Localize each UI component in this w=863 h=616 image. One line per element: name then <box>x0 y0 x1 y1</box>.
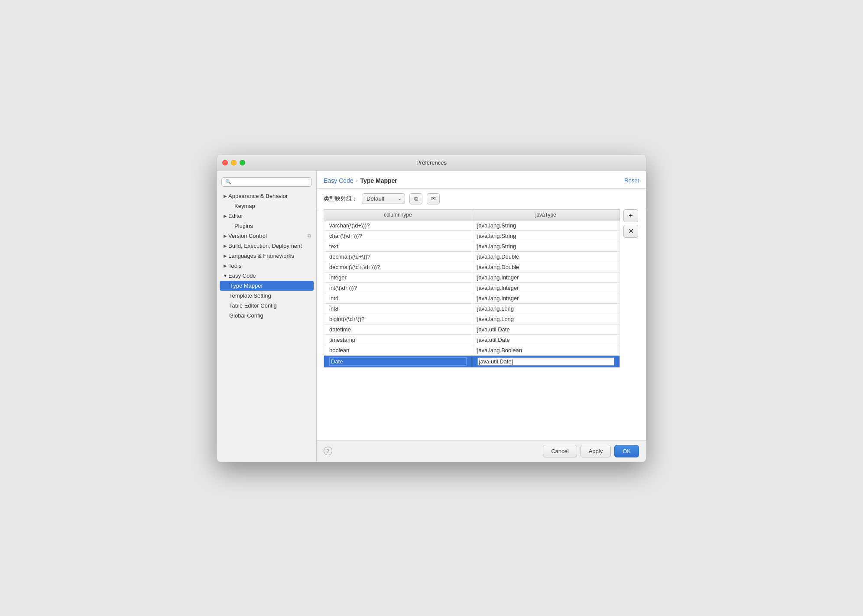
sidebar-item-label: Version Control <box>228 233 267 239</box>
sidebar-item-plugins[interactable]: Plugins <box>217 221 316 231</box>
sidebar-item-keymap[interactable]: Keymap <box>217 201 316 211</box>
table-row[interactable]: decimal(\(\d+\))? java.lang.Double <box>324 251 620 262</box>
minimize-button[interactable] <box>231 160 237 165</box>
traffic-lights <box>222 160 245 165</box>
mapper-row: 类型映射组： Default ⌄ ⧉ ✉ <box>317 189 646 209</box>
sidebar-item-label: Type Mapper <box>230 282 263 289</box>
sidebar-item-label: Editor <box>228 213 243 219</box>
sidebar-item-label: Build, Execution, Deployment <box>228 243 302 249</box>
sidebar-item-easy-code[interactable]: ▼ Easy Code <box>217 271 316 281</box>
arrow-icon: ▶ <box>222 243 228 248</box>
main-header: Easy Code › Type Mapper Reset <box>317 171 646 189</box>
add-row-button[interactable]: + <box>623 209 638 222</box>
sidebar-item-label: Keymap <box>234 203 255 209</box>
sidebar-item-editor[interactable]: ▶ Editor <box>217 211 316 221</box>
ok-button[interactable]: OK <box>614 445 639 457</box>
arrow-icon: ▶ <box>222 194 228 198</box>
table-row[interactable] <box>324 355 620 367</box>
java-type-input[interactable] <box>477 357 615 366</box>
column-type-cell[interactable] <box>324 355 472 367</box>
footer: ? Cancel Apply OK <box>317 440 646 462</box>
column-type-cell: datetime <box>324 324 472 334</box>
copy-icon: ⧉ <box>308 233 311 239</box>
reset-button[interactable]: Reset <box>624 177 639 184</box>
sidebar-item-version-control[interactable]: ▶ Version Control ⧉ <box>217 231 316 241</box>
copy-group-button[interactable]: ⧉ <box>409 193 422 204</box>
window-title: Preferences <box>416 159 447 166</box>
table-row[interactable]: boolean java.lang.Boolean <box>324 345 620 355</box>
main-panel: Easy Code › Type Mapper Reset 类型映射组： Def… <box>317 171 646 462</box>
arrow-icon: ▶ <box>222 214 228 218</box>
cancel-button[interactable]: Cancel <box>543 445 577 457</box>
cross-icon: ✕ <box>628 227 634 235</box>
mapper-label: 类型映射组： <box>324 195 357 203</box>
java-type-cell: java.lang.Long <box>472 314 620 324</box>
maximize-button[interactable] <box>240 160 245 165</box>
sidebar-item-label: Tools <box>228 263 241 269</box>
copy-icon: ⧉ <box>414 195 418 202</box>
column-type-cell: decimal(\(\d+\))? <box>324 251 472 262</box>
arrow-icon: ▼ <box>222 273 228 278</box>
apply-button[interactable]: Apply <box>581 445 611 457</box>
table-row[interactable]: char(\(\d+\))? java.lang.String <box>324 230 620 241</box>
java-type-cell: java.lang.Double <box>472 262 620 272</box>
table-row[interactable]: int8 java.lang.Long <box>324 303 620 314</box>
sidebar-item-label: Table Editor Config <box>229 302 277 309</box>
sidebar-item-appearance-behavior[interactable]: ▶ Appearance & Behavior <box>217 191 316 201</box>
column-type-input[interactable] <box>329 357 467 366</box>
sidebar-item-label: Languages & Frameworks <box>228 253 294 259</box>
sidebar-item-languages-frameworks[interactable]: ▶ Languages & Frameworks <box>217 251 316 261</box>
sidebar-item-template-setting[interactable]: Template Setting <box>217 291 316 301</box>
table-row[interactable]: int4 java.lang.Integer <box>324 293 620 303</box>
remove-row-button[interactable]: ✕ <box>623 225 638 238</box>
column-type-cell: varchar(\(\d+\))? <box>324 220 472 230</box>
column-type-cell: timestamp <box>324 334 472 345</box>
help-button[interactable]: ? <box>324 447 332 455</box>
java-type-cell: java.lang.Double <box>472 251 620 262</box>
sidebar-item-type-mapper[interactable]: Type Mapper <box>220 281 314 291</box>
java-type-header: javaType <box>472 209 620 220</box>
type-mapping-table: columnType javaType varchar(\(\d+\))? ja… <box>324 209 620 368</box>
breadcrumb-current: Type Mapper <box>360 177 397 184</box>
sidebar-item-label: Global Config <box>229 312 263 319</box>
sidebar-item-build-execution[interactable]: ▶ Build, Execution, Deployment <box>217 241 316 251</box>
plus-icon: + <box>629 212 633 220</box>
java-type-cell: java.lang.Long <box>472 303 620 314</box>
column-type-cell: text <box>324 241 472 251</box>
java-type-cell: java.lang.Integer <box>472 293 620 303</box>
column-type-cell: char(\(\d+\))? <box>324 230 472 241</box>
table-row[interactable]: bigint(\(\d+\))? java.lang.Long <box>324 314 620 324</box>
arrow-icon: ▶ <box>222 233 228 238</box>
table-row[interactable]: text java.lang.String <box>324 241 620 251</box>
table-area: columnType javaType varchar(\(\d+\))? ja… <box>317 209 646 440</box>
close-button[interactable] <box>222 160 228 165</box>
delete-group-button[interactable]: ✉ <box>427 193 440 204</box>
title-bar: Preferences <box>217 155 646 171</box>
table-row[interactable]: timestamp java.util.Date <box>324 334 620 345</box>
java-type-cell: java.lang.Boolean <box>472 345 620 355</box>
table-row[interactable]: varchar(\(\d+\))? java.lang.String <box>324 220 620 230</box>
java-type-cell: java.lang.String <box>472 220 620 230</box>
table-row[interactable]: decimal(\(\d+,\d+\))? java.lang.Double <box>324 262 620 272</box>
sidebar-item-label: Appearance & Behavior <box>228 193 288 199</box>
java-type-cell: java.util.Date <box>472 324 620 334</box>
mapper-group-dropdown[interactable]: Default <box>362 193 405 204</box>
breadcrumb: Easy Code › Type Mapper <box>324 177 397 184</box>
table-row[interactable]: integer java.lang.Integer <box>324 272 620 282</box>
table-row[interactable]: datetime java.util.Date <box>324 324 620 334</box>
envelope-icon: ✉ <box>431 195 436 202</box>
breadcrumb-separator: › <box>356 178 357 184</box>
column-type-cell: int4 <box>324 293 472 303</box>
java-type-cell[interactable] <box>472 355 620 367</box>
search-input[interactable] <box>233 179 308 185</box>
table-row[interactable]: int(\(\d+\))? java.lang.Integer <box>324 282 620 293</box>
column-type-cell: decimal(\(\d+,\d+\))? <box>324 262 472 272</box>
arrow-icon: ▶ <box>222 263 228 268</box>
sidebar-item-global-config[interactable]: Global Config <box>217 311 316 321</box>
content-area: 🔍 ▶ Appearance & Behavior Keymap ▶ Edito… <box>217 171 646 462</box>
sidebar-item-tools[interactable]: ▶ Tools <box>217 261 316 271</box>
sidebar-item-table-editor-config[interactable]: Table Editor Config <box>217 301 316 311</box>
search-box[interactable]: 🔍 <box>221 177 312 187</box>
column-type-cell: bigint(\(\d+\))? <box>324 314 472 324</box>
arrow-icon: ▶ <box>222 253 228 258</box>
